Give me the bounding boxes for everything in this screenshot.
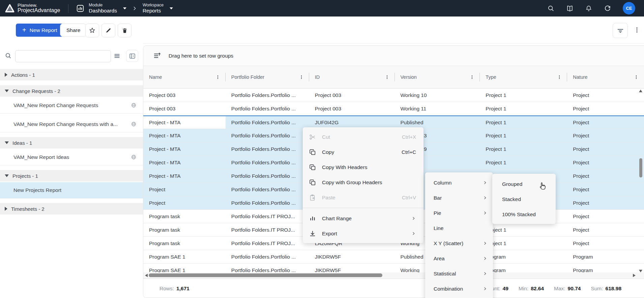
sidebar-group-actions-1[interactable]: Actions - 1: [0, 69, 143, 80]
cell-type[interactable]: Project 1: [480, 129, 567, 142]
column-menu-kebab-icon[interactable]: [557, 74, 562, 80]
cell-nature[interactable]: Project: [567, 116, 644, 129]
cell-version[interactable]: Working 10: [395, 89, 480, 102]
column-header-type[interactable]: Type: [480, 66, 567, 88]
sidebar-group-projects-1[interactable]: Projects - 1: [0, 170, 143, 181]
cell-portfolio-folder[interactable]: Portfolio Folders.Portfolio ...: [226, 89, 309, 102]
cell-type[interactable]: Program: [480, 264, 567, 272]
cell-name[interactable]: Project: [143, 183, 226, 196]
cell-nature[interactable]: Project: [567, 237, 644, 250]
notifications-bell-icon[interactable]: [585, 5, 592, 12]
favorite-button[interactable]: [85, 24, 99, 37]
cell-portfolio-folder[interactable]: Portfolio Folders.IT PROJ...: [226, 210, 309, 223]
column-menu-kebab-icon[interactable]: [385, 74, 389, 80]
scroll-up-icon[interactable]: [639, 90, 642, 92]
cell-nature[interactable]: Program: [567, 264, 644, 272]
scroll-left-icon[interactable]: [145, 274, 148, 277]
menu-item-export[interactable]: Export: [303, 226, 423, 241]
scroll-down-icon[interactable]: [639, 270, 642, 272]
table-row[interactable]: Program SAE 1Portfolio Folders.Portfolio…: [143, 264, 644, 272]
docs-book-icon[interactable]: [566, 5, 574, 12]
sidebar-search-input[interactable]: [15, 50, 111, 62]
chart-type-line[interactable]: Line: [425, 221, 493, 236]
cell-id[interactable]: JUF0I42G: [309, 116, 395, 129]
cell-portfolio-folder[interactable]: Portfolio Folders.Portfolio ...: [226, 250, 309, 263]
cell-nature[interactable]: Project: [567, 196, 644, 209]
cell-nature[interactable]: Project: [567, 183, 644, 196]
cell-nature[interactable]: Project: [567, 223, 644, 236]
column-header-version[interactable]: Version: [395, 66, 480, 88]
cell-type[interactable]: Project 1: [480, 89, 567, 102]
cell-name[interactable]: Program task: [143, 223, 226, 236]
new-report-button[interactable]: + New Report: [16, 24, 64, 37]
cell-portfolio-folder[interactable]: Portfolio Folders.Portfolio ...: [226, 264, 309, 272]
column-variant-grouped[interactable]: Grouped: [492, 176, 556, 192]
cell-portfolio-folder[interactable]: Portfolio Folders.Portfolio ...: [226, 129, 309, 142]
cell-type[interactable]: Project 1: [480, 237, 567, 250]
cell-type[interactable]: Project 1: [480, 156, 567, 169]
cell-portfolio-folder[interactable]: Portfolio Folders.Portfolio ...: [226, 183, 309, 196]
cell-name[interactable]: Project - MTA: [143, 142, 226, 156]
cell-name[interactable]: Program SAE 1: [143, 250, 226, 263]
cell-name[interactable]: Program task: [143, 237, 226, 250]
sidebar-menu-button[interactable]: [113, 52, 121, 60]
row-group-dropzone[interactable]: Drag here to set row groups: [143, 46, 644, 66]
column-menu-kebab-icon[interactable]: [299, 74, 304, 80]
cell-type[interactable]: Project 1: [480, 102, 567, 115]
table-row[interactable]: Project 003Portfolio Folders.Portfolio .…: [143, 89, 644, 102]
table-row[interactable]: Program SAE 1Portfolio Folders.Portfolio…: [143, 250, 644, 264]
column-header-name[interactable]: Name: [143, 66, 226, 88]
sidebar-group-ideas-1[interactable]: Ideas - 1: [0, 137, 143, 148]
cell-nature[interactable]: Program: [567, 250, 644, 263]
share-button[interactable]: Share: [60, 24, 87, 37]
avatar[interactable]: CE: [623, 2, 635, 14]
column-header-portfolio-folder[interactable]: Portfolio Folder: [226, 66, 309, 88]
cell-name[interactable]: Project - MTA: [143, 116, 226, 129]
cell-name[interactable]: Project: [143, 196, 226, 209]
chart-type-area[interactable]: Area: [425, 251, 493, 266]
cell-name[interactable]: Program SAE 1: [143, 264, 226, 272]
column-header-nature[interactable]: Nature: [567, 66, 644, 88]
cell-version[interactable]: Working 11: [395, 102, 480, 115]
cell-portfolio-folder[interactable]: Portfolio Folders.Portfolio ...: [226, 156, 309, 169]
cell-portfolio-folder[interactable]: Portfolio Folders.Portfolio ...: [226, 169, 309, 183]
workspace-switcher[interactable]: Workspace Reports: [143, 3, 173, 13]
chart-type-pie[interactable]: Pie: [425, 205, 493, 221]
vertical-scrollbar[interactable]: [639, 90, 643, 272]
cell-name[interactable]: Project - MTA: [143, 129, 226, 142]
cell-type[interactable]: Project 1: [480, 223, 567, 236]
cell-nature[interactable]: Project: [567, 210, 644, 223]
horizontal-scrollbar[interactable]: [143, 272, 644, 278]
menu-item-copy-with-group-headers[interactable]: Copy with Group Headers: [303, 175, 423, 190]
chart-type-x-y-scatter[interactable]: X Y (Scatter): [425, 236, 493, 251]
sidebar-item-vam-new-report-ideas[interactable]: VAM_New Report Ideas: [0, 149, 143, 165]
filter-button[interactable]: [613, 23, 628, 38]
cell-version[interactable]: Published: [395, 116, 480, 129]
chart-type-statistical[interactable]: Statistical: [425, 266, 493, 281]
menu-item-copy-with-headers[interactable]: Copy With Headers: [303, 160, 423, 175]
cell-type[interactable]: Project 1: [480, 116, 567, 129]
cell-id[interactable]: Project 003: [309, 89, 395, 102]
cell-portfolio-folder[interactable]: Portfolio Folders.IT PROJ...: [226, 223, 309, 236]
chart-type-column[interactable]: Column: [425, 175, 493, 190]
scroll-right-icon[interactable]: [633, 274, 636, 277]
column-menu-kebab-icon[interactable]: [634, 74, 639, 80]
cell-portfolio-folder[interactable]: Portfolio Folders.Portfolio ...: [226, 102, 309, 115]
cell-nature[interactable]: Project: [567, 169, 644, 183]
cell-id[interactable]: Project 003: [309, 102, 395, 115]
column-header-id[interactable]: ID: [309, 66, 395, 88]
cell-nature[interactable]: Project: [567, 156, 644, 169]
module-switcher[interactable]: Module Dashboards: [76, 3, 126, 13]
collapse-panel-button[interactable]: [126, 50, 138, 62]
menu-item-copy[interactable]: CopyCtrl+C: [303, 144, 423, 160]
cell-type[interactable]: Project 1: [480, 142, 567, 156]
sidebar-item-vam-new-report-change-requests-with-a[interactable]: VAM_New Report Change Requests with a...: [0, 116, 143, 132]
column-menu-kebab-icon[interactable]: [470, 74, 474, 80]
cell-name[interactable]: Project - MTA: [143, 169, 226, 183]
cell-nature[interactable]: Project: [567, 129, 644, 142]
refresh-icon[interactable]: [604, 5, 611, 12]
column-variant-stacked[interactable]: Stacked: [492, 192, 556, 207]
table-row[interactable]: Project - MTAPortfolio Folders.Portfolio…: [143, 115, 644, 129]
toolbar-overflow-menu[interactable]: [633, 26, 641, 34]
cell-portfolio-folder[interactable]: Portfolio Folders.Portfolio ...: [226, 116, 309, 129]
